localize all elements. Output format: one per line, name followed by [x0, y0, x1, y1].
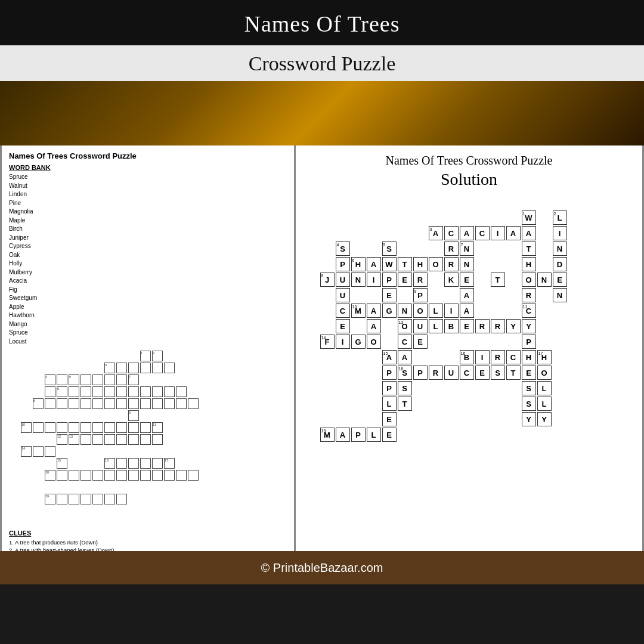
main-title: Names Of Trees [0, 0, 644, 45]
clue-item: 2. A tree with heart-shaped leaves (Down… [9, 546, 224, 551]
solution-label: Solution [305, 170, 633, 189]
word-bank-list: Spruce Walnut Linden Pine Magnolia Maple… [9, 173, 224, 346]
clues-label: CLUES [9, 530, 224, 537]
footer: © PrintableBazaar.com [0, 551, 644, 584]
word-item: Cypress [9, 242, 224, 251]
word-item: Spruce [9, 173, 224, 182]
word-item: Apple [9, 303, 224, 312]
panels-container: Names Of Trees Crossword Puzzle WORD BAN… [0, 145, 644, 551]
word-item: Sweetgum [9, 294, 224, 303]
right-panel-title: Names Of Trees Crossword Puzzle [305, 154, 633, 168]
word-item: Spruce [9, 329, 224, 338]
word-item: Locust [9, 338, 224, 346]
word-bank-label: WORD BANK [9, 164, 224, 171]
word-bank-section: WORD BANK Spruce Walnut Linden Pine Magn… [9, 164, 224, 551]
word-item: Fig [9, 286, 224, 295]
word-item: Linden [9, 190, 224, 199]
word-item: Birch [9, 225, 224, 234]
right-panel: Names Of Trees Crossword Puzzle Solution… [296, 145, 642, 551]
word-item: Pine [9, 199, 224, 208]
clue-item: 1. A tree that produces nuts (Down) [9, 538, 224, 546]
word-item: Acacia [9, 277, 224, 286]
word-item: Mulberry [9, 268, 224, 277]
word-item: Hawthorn [9, 311, 224, 320]
word-item: Holly [9, 259, 224, 268]
word-item: Walnut [9, 182, 224, 191]
footer-text: © PrintableBazaar.com [261, 561, 383, 575]
crossword-grid: .cg { position:absolute; width:18px; hei… [9, 351, 224, 530]
word-item: Oak [9, 251, 224, 260]
subtitle: Crossword Puzzle [0, 45, 644, 81]
word-item: Mango [9, 320, 224, 329]
solution-grid: .sc { position: absolute; width: 24px; h… [320, 195, 618, 505]
left-panel-title: Names Of Trees Crossword Puzzle [9, 151, 287, 160]
background-image-area [0, 81, 644, 145]
word-item: Magnolia [9, 208, 224, 216]
word-item: Maple [9, 216, 224, 225]
word-item: Juniper [9, 234, 224, 243]
clues-section: CLUES 1. A tree that produces nuts (Down… [9, 530, 224, 551]
left-panel: Names Of Trees Crossword Puzzle WORD BAN… [2, 145, 294, 551]
